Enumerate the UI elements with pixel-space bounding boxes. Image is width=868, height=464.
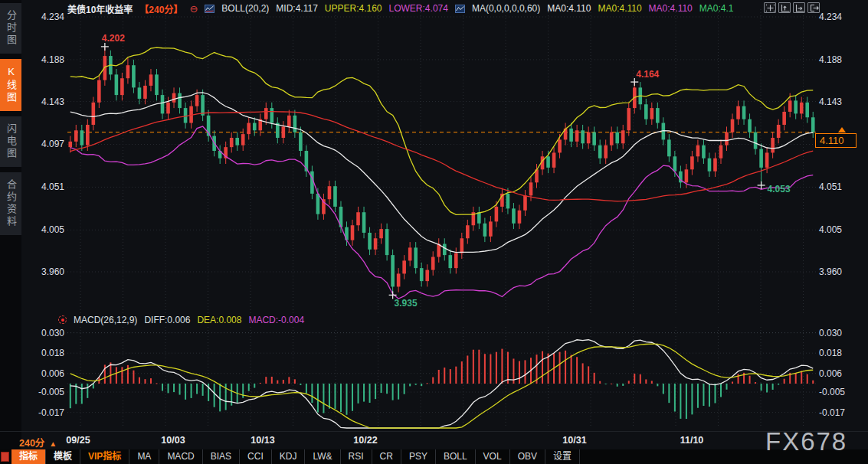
date-tick-label: 10/22 bbox=[353, 435, 377, 446]
axis-tick-label: 4.234 bbox=[819, 11, 865, 22]
ma-value-2: MA0:4.110 bbox=[649, 3, 693, 14]
toolbar-tab-rsi[interactable]: RSI bbox=[341, 449, 372, 464]
toolbar-tab-cr[interactable]: CR bbox=[372, 449, 401, 464]
toolbar-tab-obv[interactable]: OBV bbox=[510, 449, 545, 464]
date-tick-label: 10/03 bbox=[161, 435, 185, 446]
ma-label: MA(0,0,0,0,0,60) bbox=[472, 3, 540, 14]
axis-tick-label: 0.006 bbox=[819, 368, 865, 379]
date-tick-label: 10/31 bbox=[562, 435, 586, 446]
axis-tick-label: 4.005 bbox=[25, 224, 64, 235]
macd-header: MACD(26,12,9) DIFF:0.006 DEA:0.008 MACD:… bbox=[58, 314, 304, 325]
timeframe-text: 240分 bbox=[19, 438, 44, 449]
toolbar-tab-settings[interactable]: 设置 bbox=[545, 449, 580, 464]
pan-icon[interactable] bbox=[764, 2, 776, 13]
toolbar-tab-vip-indicator[interactable]: VIP指标 bbox=[80, 449, 129, 464]
toolbar-tab-ma[interactable]: MA bbox=[129, 449, 159, 464]
axis-tick-label: -0.017 bbox=[25, 407, 64, 418]
boll-mid-value: MID:4.117 bbox=[276, 3, 317, 14]
zoom-horizontal-icon[interactable] bbox=[793, 2, 805, 13]
axis-tick-label: 0.030 bbox=[25, 328, 64, 338]
sidebar-item-flash-chart[interactable]: 闪电图 bbox=[0, 116, 21, 167]
date-tick-label: 11/10 bbox=[680, 435, 704, 446]
axis-tick-label: -0.017 bbox=[819, 407, 865, 418]
toolbar-tab-bias[interactable]: BIAS bbox=[203, 449, 240, 464]
axis-tick-label: 0.030 bbox=[819, 328, 865, 338]
timeframe-badge: 【240分】 bbox=[139, 2, 182, 15]
date-tick-label: 09/25 bbox=[66, 435, 90, 446]
axis-tick-label: 4.051 bbox=[25, 181, 64, 192]
indicator-panel-icon[interactable] bbox=[1, 452, 9, 462]
indicator-toolbar: 指标模板VIP指标MAMACDBIASCCIKDJLW&RSICRPSYBOLL… bbox=[0, 449, 868, 464]
collapse-indicator-icon[interactable]: ⊖ bbox=[189, 4, 198, 14]
axis-tick-label: 4.051 bbox=[819, 181, 865, 192]
chart-canvas[interactable] bbox=[0, 0, 868, 464]
axis-tick-label: -0.005 bbox=[25, 387, 64, 397]
price-annotation: 4.164 bbox=[636, 69, 659, 80]
axis-tick-label: -0.005 bbox=[819, 387, 865, 397]
toolbar-tab-boll[interactable]: BOLL bbox=[436, 449, 476, 464]
macd-diff-value: DIFF:0.006 bbox=[144, 315, 190, 325]
ma-value-0: MA0:4.110 bbox=[547, 3, 591, 14]
price-up-arrow-icon bbox=[838, 127, 846, 132]
axis-tick-label: 4.143 bbox=[819, 96, 865, 107]
current-price-badge: 4.110 bbox=[815, 133, 857, 148]
toolbar-tab-macd[interactable]: MACD bbox=[159, 449, 202, 464]
boll-label: BOLL(20,2) bbox=[221, 3, 269, 14]
axis-tick-label: 3.960 bbox=[819, 266, 865, 277]
macd-settings-icon[interactable] bbox=[58, 315, 67, 324]
price-annotation: 3.935 bbox=[395, 298, 418, 309]
main-header: 美债10年收益率 【240分】 ⊖ BOLL(20,2) MID:4.117 U… bbox=[67, 2, 733, 15]
chevron-up-icon: ▲ bbox=[49, 439, 57, 448]
price-annotation: 4.053 bbox=[768, 184, 791, 194]
toolbar-tab-vol[interactable]: VOL bbox=[476, 449, 510, 464]
macd-label: MACD(26,12,9) bbox=[74, 315, 137, 325]
axis-tick-label: 4.097 bbox=[25, 139, 64, 149]
axis-tick-label: 0.018 bbox=[819, 348, 865, 358]
toolbar-tab-lwr[interactable]: LW& bbox=[305, 449, 340, 464]
ma-values: MA0:4.110MA0:4.110MA0:4.110MA0:4.1 bbox=[547, 3, 733, 14]
exit-icon[interactable] bbox=[807, 2, 820, 13]
toolbar-tab-indicator[interactable]: 指标 bbox=[11, 449, 46, 464]
axis-tick-label: 0.018 bbox=[25, 348, 64, 358]
macd-macd-value: MACD:-0.004 bbox=[248, 315, 304, 325]
toolbar-tab-kdj[interactable]: KDJ bbox=[272, 449, 306, 464]
toolbar-tab-psy[interactable]: PSY bbox=[401, 449, 436, 464]
ma-value-3: MA0:4.1 bbox=[699, 3, 734, 14]
watermark: FX678 bbox=[765, 427, 847, 456]
ma-indicator-icon[interactable] bbox=[455, 5, 465, 13]
chart-window-buttons bbox=[764, 2, 820, 13]
app-root: 分时图 K线图 闪电图 合约资料 美债10年收益率 【240分】 ⊖ BOLL(… bbox=[0, 0, 868, 464]
date-tick-label: 10/13 bbox=[251, 435, 274, 446]
axis-tick-label: 4.005 bbox=[819, 224, 865, 235]
axis-tick-label: 4.188 bbox=[819, 54, 865, 65]
xaxis-row: 240分▲ 09/2510/0310/1310/2210/3111/10 bbox=[0, 431, 868, 449]
symbol-title: 美债10年收益率 bbox=[67, 2, 133, 15]
boll-lower-value: LOWER:4.074 bbox=[389, 3, 448, 14]
toolbar-tab-template[interactable]: 模板 bbox=[46, 449, 80, 464]
sidebar-item-kline-chart[interactable]: K线图 bbox=[0, 59, 21, 111]
axis-tick-label: 4.188 bbox=[25, 54, 64, 65]
boll-upper-value: UPPER:4.160 bbox=[325, 3, 382, 14]
timeframe-selector[interactable]: 240分▲ bbox=[19, 435, 57, 449]
axis-tick-label: 3.960 bbox=[25, 266, 64, 277]
zoom-vertical-icon[interactable] bbox=[778, 2, 791, 13]
sidebar-item-contract-info[interactable]: 合约资料 bbox=[0, 172, 21, 235]
ma-value-1: MA0:4.110 bbox=[598, 3, 641, 14]
axis-tick-label: 4.143 bbox=[25, 96, 64, 107]
macd-dea-value: DEA:0.008 bbox=[197, 315, 241, 325]
axis-tick-label: 0.006 bbox=[25, 368, 64, 379]
sidebar: 分时图 K线图 闪电图 合约资料 bbox=[0, 0, 21, 464]
price-annotation: 4.202 bbox=[102, 33, 125, 44]
sidebar-item-time-chart[interactable]: 分时图 bbox=[0, 3, 21, 54]
axis-tick-label: 4.234 bbox=[25, 11, 64, 22]
toolbar-tab-cci[interactable]: CCI bbox=[240, 449, 272, 464]
boll-indicator-icon[interactable] bbox=[205, 5, 215, 13]
